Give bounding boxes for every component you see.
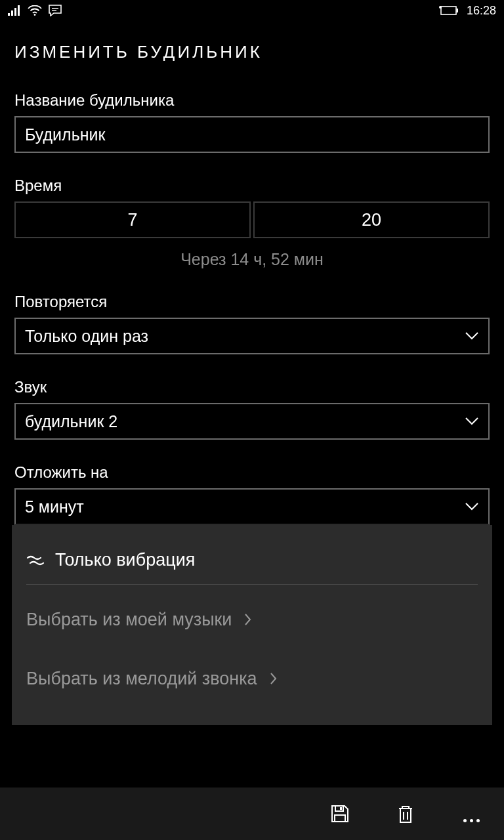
- signal-icon: [8, 5, 21, 16]
- alarm-name-field: Название будильника: [14, 91, 490, 153]
- app-bar: [0, 788, 504, 840]
- svg-rect-11: [335, 815, 345, 822]
- sound-options-flyout: Только вибрация Выбрать из моей музыки В…: [12, 525, 492, 725]
- page-title: ИЗМЕНИТЬ БУДИЛЬНИК: [14, 42, 490, 62]
- sound-select-value: будильник 2: [25, 412, 117, 431]
- status-bar: 16:28: [0, 0, 504, 21]
- repeat-label: Повторяется: [14, 293, 490, 311]
- snooze-label: Отложить на: [14, 463, 490, 482]
- time-hours-picker[interactable]: 7: [14, 201, 251, 238]
- sound-label: Звук: [14, 378, 490, 396]
- pick-from-ringtones-label: Выбрать из мелодий звонка: [26, 669, 257, 689]
- save-icon: [330, 804, 350, 824]
- snooze-select[interactable]: 5 минут: [14, 488, 490, 525]
- svg-rect-8: [456, 9, 458, 12]
- delete-button[interactable]: [391, 799, 420, 828]
- wifi-icon: [28, 5, 42, 16]
- status-clock: 16:28: [467, 4, 496, 18]
- battery-icon: [439, 5, 459, 16]
- flyout-divider: [26, 584, 478, 585]
- chevron-down-icon: [465, 414, 479, 429]
- vibration-only-option[interactable]: Только вибрация: [26, 537, 478, 583]
- vibration-only-label: Только вибрация: [55, 550, 195, 570]
- chevron-down-icon: [465, 329, 479, 343]
- svg-rect-3: [18, 5, 20, 16]
- repeat-field: Повторяется Только один раз: [14, 293, 490, 354]
- repeat-select-value: Только один раз: [25, 327, 148, 346]
- pick-from-ringtones-option[interactable]: Выбрать из мелодий звонка: [26, 649, 478, 708]
- more-button[interactable]: [457, 799, 486, 828]
- alarm-edit-page: ИЗМЕНИТЬ БУДИЛЬНИК Название будильника В…: [0, 21, 504, 788]
- time-minutes-picker[interactable]: 20: [253, 201, 490, 238]
- svg-rect-5: [52, 8, 58, 9]
- svg-rect-12: [340, 807, 342, 810]
- more-icon: [463, 819, 480, 822]
- chevron-right-icon: [270, 673, 277, 684]
- alarm-name-label: Название будильника: [14, 91, 490, 110]
- sound-field: Звук будильник 2: [14, 378, 490, 440]
- svg-rect-0: [8, 13, 10, 16]
- sound-select[interactable]: будильник 2: [14, 403, 490, 440]
- vibration-icon: [26, 553, 45, 567]
- chevron-right-icon: [245, 614, 251, 625]
- pick-from-music-label: Выбрать из моей музыки: [26, 610, 232, 630]
- save-button[interactable]: [326, 799, 354, 828]
- svg-rect-6: [52, 10, 56, 10]
- svg-rect-2: [14, 8, 16, 16]
- time-until-text: Через 14 ч, 52 мин: [14, 250, 490, 269]
- time-label: Время: [14, 177, 490, 195]
- snooze-field: Отложить на 5 минут: [14, 463, 490, 525]
- snooze-select-value: 5 минут: [25, 497, 84, 516]
- trash-icon: [396, 803, 415, 824]
- svg-rect-10: [335, 806, 343, 811]
- svg-rect-7: [441, 7, 456, 14]
- svg-rect-1: [11, 10, 13, 16]
- svg-point-4: [34, 14, 36, 16]
- repeat-select[interactable]: Только один раз: [14, 318, 490, 354]
- chevron-down-icon: [465, 499, 479, 514]
- pick-from-music-option[interactable]: Выбрать из моей музыки: [26, 590, 478, 649]
- svg-point-9: [439, 6, 442, 9]
- time-field: Время 7 20 Через 14 ч, 52 мин: [14, 177, 490, 269]
- message-icon: [49, 5, 62, 16]
- alarm-name-input[interactable]: [14, 116, 490, 153]
